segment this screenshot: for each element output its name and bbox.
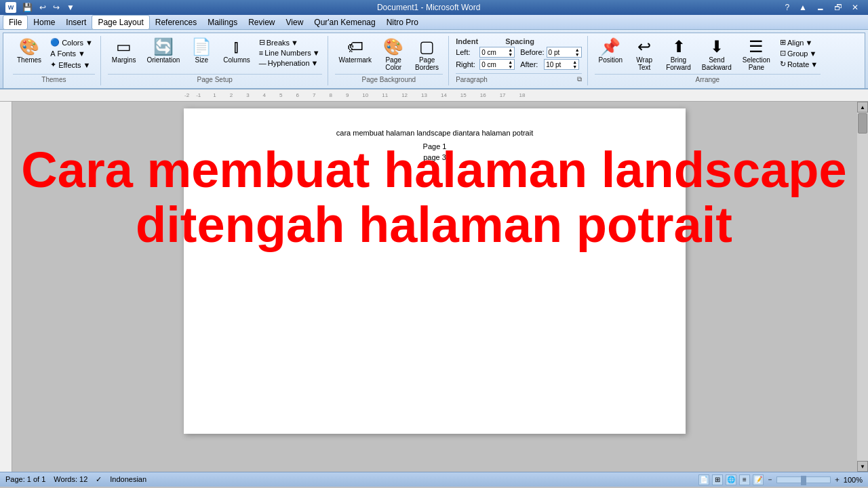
spacing-after-input[interactable]: 10 pt ▲▼: [544, 59, 579, 70]
page-borders-button[interactable]: ▢ PageBorders: [411, 37, 443, 73]
indent-spacing-header: Indent Spacing: [456, 37, 581, 45]
align-button[interactable]: ⊞ Align ▼: [777, 37, 821, 47]
wrap-text-button[interactable]: ↩ WrapText: [629, 37, 659, 73]
menu-item-quran[interactable]: Qur'an Kemenag: [309, 16, 380, 29]
hyphenation-button[interactable]: — Hyphenation ▼: [257, 58, 322, 68]
page-color-button[interactable]: 🎨 PageColor: [378, 37, 408, 73]
menu-item-mailings[interactable]: Mailings: [202, 16, 243, 29]
indent-left-row: Left: 0 cm ▲▼: [456, 47, 515, 58]
menu-item-review[interactable]: Review: [243, 16, 280, 29]
left-label: Left:: [456, 48, 477, 56]
zoom-slider[interactable]: [776, 476, 831, 483]
send-backward-label: SendBackward: [702, 56, 732, 71]
rotate-button[interactable]: ↻ Rotate ▼: [777, 59, 821, 69]
spacing-header: Spacing: [505, 37, 534, 45]
themes-options: 🔵 Colors ▼ A Fonts ▼ ✦ Effects ▼: [48, 37, 95, 70]
fonts-button[interactable]: A Fonts ▼: [48, 49, 95, 58]
spacing-before-input[interactable]: 0 pt ▲▼: [547, 47, 582, 58]
indent-right-input[interactable]: 0 cm ▲▼: [479, 59, 515, 70]
menu-item-references[interactable]: References: [150, 16, 202, 29]
document-area[interactable]: cara membuat halaman landscape diantara …: [12, 102, 857, 472]
view-outline-icon[interactable]: ≡: [739, 474, 750, 485]
size-button[interactable]: 📄 Size: [186, 37, 216, 65]
paragraph-expand-btn[interactable]: ⧉: [577, 75, 582, 83]
breaks-button[interactable]: ⊟ Breaks ▼: [257, 37, 322, 47]
spacing-after-row: After: 10 pt ▲▼: [520, 59, 581, 70]
save-quick-btn[interactable]: 💾: [20, 2, 35, 13]
wrap-text-label: WrapText: [636, 56, 652, 71]
line-numbers-dropdown: ▼: [313, 49, 320, 57]
customize-quick-btn[interactable]: ▼: [64, 2, 77, 13]
spacing-after-spinners[interactable]: ▲▼: [572, 60, 577, 69]
scroll-down-button[interactable]: ▼: [857, 461, 868, 472]
page-background-group: 🏷 Watermark 🎨 PageColor ▢ PageBorders Pa…: [330, 36, 450, 85]
send-backward-button[interactable]: ⬇ SendBackward: [698, 37, 736, 73]
group-dropdown: ▼: [809, 49, 816, 58]
status-left: Page: 1 of 1 Words: 12 ✓ Indonesian: [5, 475, 146, 484]
help-button[interactable]: ?: [781, 1, 793, 14]
wrap-text-icon: ↩: [637, 39, 651, 55]
orientation-button[interactable]: 🔄 Orientation: [142, 37, 184, 65]
indent-left-input[interactable]: 0 cm ▲▼: [479, 47, 515, 58]
align-group-section: ⊞ Align ▼ ⊡ Group ▼ ↻ Rotate ▼: [777, 37, 821, 69]
selection-pane-button[interactable]: ☰ SelectionPane: [738, 37, 774, 73]
position-label: Position: [599, 56, 623, 64]
view-print-icon[interactable]: 📄: [698, 474, 709, 485]
spacing-before-spinners[interactable]: ▲▼: [575, 47, 580, 57]
title-bar-left: W 💾 ↩ ↪ ▼: [5, 2, 77, 13]
menu-item-insert[interactable]: Insert: [60, 16, 92, 29]
undo-quick-btn[interactable]: ↩: [37, 2, 48, 13]
view-web-icon[interactable]: 🌐: [726, 474, 736, 485]
position-button[interactable]: 📌 Position: [595, 37, 627, 65]
colors-icon: 🔵: [50, 38, 60, 47]
bring-forward-button[interactable]: ⬆ BringForward: [662, 37, 695, 73]
zoom-out-button[interactable]: －: [766, 474, 774, 485]
align-label: Align: [787, 39, 804, 47]
zoom-slider-thumb[interactable]: [801, 476, 806, 485]
colors-button[interactable]: 🔵 Colors ▼: [48, 37, 95, 47]
minimize-button[interactable]: 🗕: [812, 1, 829, 14]
indent-spacing-rows: Left: 0 cm ▲▼ Right: 0 cm ▲▼: [456, 47, 581, 70]
columns-button[interactable]: ⫿ Columns: [219, 37, 254, 65]
scroll-thumb[interactable]: [858, 113, 867, 134]
view-draft-icon[interactable]: 📝: [753, 474, 764, 485]
page-label-middle: Page 1: [211, 142, 658, 150]
view-fullscreen-icon[interactable]: ⊞: [712, 474, 723, 485]
menu-item-page-layout[interactable]: Page Layout: [92, 15, 149, 30]
menu-item-view[interactable]: View: [281, 16, 309, 29]
watermark-label: Watermark: [339, 56, 372, 64]
zoom-in-button[interactable]: ＋: [833, 474, 841, 485]
breaks-label: Breaks: [267, 39, 290, 47]
redo-quick-btn[interactable]: ↪: [51, 2, 62, 13]
group-button[interactable]: ⊡ Group ▼: [777, 48, 821, 58]
document-page[interactable]: cara membuat halaman landscape diantara …: [184, 108, 686, 434]
arrange-content: 📌 Position ↩ WrapText ⬆ BringForward ⬇ S…: [595, 36, 821, 74]
page-color-icon: 🎨: [383, 39, 403, 55]
menu-item-nitro[interactable]: Nitro Pro: [381, 16, 424, 29]
align-icon: ⊞: [780, 38, 786, 47]
effects-button[interactable]: ✦ Effects ▼: [48, 60, 95, 70]
spell-check-icon[interactable]: ✓: [96, 475, 102, 484]
breaks-dropdown: ▼: [291, 39, 298, 47]
maximize-button[interactable]: 🗗: [830, 1, 846, 14]
close-button[interactable]: ✕: [848, 1, 863, 14]
scroll-up-button[interactable]: ▲: [857, 102, 868, 113]
scroll-track[interactable]: [857, 113, 868, 461]
themes-button[interactable]: 🎨 Themes: [13, 37, 45, 65]
effects-icon: ✦: [50, 60, 56, 69]
indent-left-spinners[interactable]: ▲▼: [508, 47, 513, 57]
watermark-button[interactable]: 🏷 Watermark: [335, 37, 376, 65]
menu-item-file[interactable]: File: [3, 15, 28, 30]
menu-item-home[interactable]: Home: [28, 16, 60, 29]
line-numbers-button[interactable]: ≡ Line Numbers ▼: [257, 48, 322, 58]
margins-button[interactable]: ▭ Margins: [108, 37, 140, 65]
indent-right-spinners[interactable]: ▲▼: [508, 60, 513, 69]
page-background-group-label: Page Background: [335, 74, 443, 85]
hyphenation-label: Hyphenation: [268, 59, 310, 67]
ribbon-toggle[interactable]: ▲: [795, 1, 811, 14]
page-borders-icon: ▢: [419, 39, 435, 55]
indent-right-row: Right: 0 cm ▲▼: [456, 59, 515, 70]
fonts-icon: A: [50, 49, 55, 58]
page-setup-group: ▭ Margins 🔄 Orientation 📄 Size ⫿ Columns: [102, 36, 328, 85]
spacing-after-value: 10 pt: [546, 61, 561, 68]
